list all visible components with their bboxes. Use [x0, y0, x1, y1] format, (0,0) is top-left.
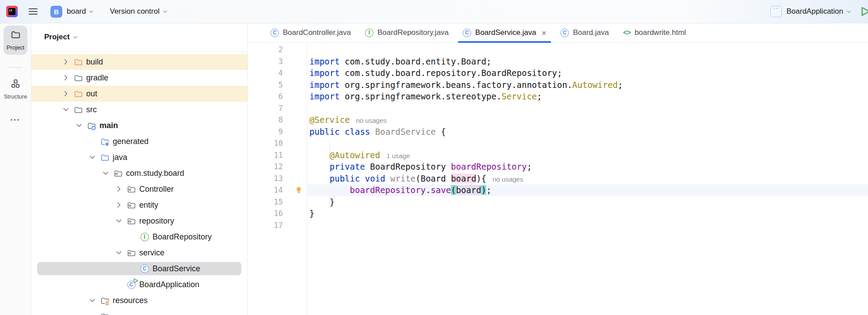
line-number[interactable]: 7	[247, 102, 283, 114]
tree-chevron-right-icon[interactable]	[61, 89, 70, 98]
tree-chevron-right-icon[interactable]	[61, 57, 70, 66]
tree-chevron-down-icon[interactable]	[88, 153, 97, 162]
code-text: public class BoardService {	[309, 126, 446, 138]
more-tool-windows-icon[interactable]: •••	[0, 117, 31, 123]
tree-chevron-down-icon[interactable]	[114, 216, 123, 225]
line-number[interactable]: 2	[247, 44, 283, 56]
tree-item-main[interactable]: main	[31, 118, 247, 133]
project-panel-header[interactable]: Project	[44, 23, 79, 51]
usage-inlay-hint[interactable]: no usages	[492, 175, 523, 183]
code-line-5[interactable]: 5import org.springframework.beans.factor…	[247, 79, 868, 91]
run-play-icon[interactable]	[860, 6, 868, 17]
intellij-window: IJ B board Version control ·· BoardAppli…	[0, 0, 868, 315]
tree-item-resources[interactable]: resources	[31, 292, 247, 308]
code-line-15[interactable]: 15 }	[247, 196, 868, 208]
tree-item-gradle[interactable]: gradle	[31, 70, 247, 86]
tree-item-Controller[interactable]: Controller	[31, 181, 247, 197]
tab-BoardRepository.java[interactable]: IBoardRepository.java	[358, 23, 456, 42]
tab-label: BoardRepository.java	[377, 28, 449, 37]
vcs-menu[interactable]: Version control	[110, 7, 168, 16]
line-number[interactable]: 16	[247, 208, 283, 220]
code-line-17[interactable]: 17	[247, 220, 868, 232]
code-line-11[interactable]: 11 @Autowired1 usage	[247, 149, 868, 161]
vcs-menu-label: Version control	[110, 7, 159, 16]
line-number[interactable]: 14	[247, 184, 283, 196]
tree-item-label: BoardApplication	[139, 277, 199, 292]
run-configuration-widget[interactable]: ·· BoardApplication	[770, 6, 868, 17]
sidebar-item-project[interactable]: Project	[4, 26, 27, 55]
tree-chevron-right-icon[interactable]	[114, 185, 123, 194]
tree-item-label: BoardService	[152, 261, 200, 277]
tab-Board.java[interactable]: CBoard.java	[553, 23, 616, 42]
tree-chevron-down-icon[interactable]	[61, 105, 70, 114]
run-config-name[interactable]: BoardApplication	[786, 7, 843, 16]
tab-boardwrite.html[interactable]: <>boardwrite.html	[616, 23, 693, 42]
tree-item-repository[interactable]: repository	[31, 213, 247, 229]
code-line-2[interactable]: 2	[247, 44, 868, 56]
tree-item-label: com.study.board	[126, 165, 184, 181]
tree-item-service[interactable]: service	[31, 245, 247, 261]
code-line-9[interactable]: 9public class BoardService {	[247, 126, 868, 138]
main-menu-hamburger-icon[interactable]	[26, 6, 40, 17]
line-number[interactable]: 9	[247, 126, 283, 138]
code-text: import com.study.board.repository.BoardR…	[309, 67, 562, 79]
code-line-12[interactable]: 12 private BoardRepository boardReposito…	[247, 161, 868, 173]
code-line-16[interactable]: 16}	[247, 208, 868, 220]
project-badge-icon[interactable]: B	[50, 6, 62, 18]
tree-chevron-down-icon[interactable]	[114, 248, 123, 257]
tree-chevron-right-icon[interactable]	[61, 73, 70, 82]
tree-item-src[interactable]: src	[31, 102, 247, 118]
chevron-down-icon	[162, 8, 168, 15]
tab-close-icon[interactable]: ×	[541, 29, 546, 37]
code-editor[interactable]: 23import com.study.board.entity.Board;4i…	[247, 42, 868, 315]
line-number[interactable]: 11	[247, 149, 283, 161]
tree-item-out[interactable]: out	[31, 86, 247, 102]
interface-icon: I	[140, 232, 149, 242]
tree-item-BoardApplication[interactable]: CBoardApplication	[31, 277, 247, 292]
code-line-8[interactable]: 8@Serviceno usages	[247, 114, 868, 126]
tab-BoardController.java[interactable]: CBoardController.java	[263, 23, 358, 42]
line-number[interactable]: 12	[247, 161, 283, 173]
tree-item-entity[interactable]: entity	[31, 197, 247, 213]
code-line-7[interactable]: 7	[247, 102, 868, 114]
tree-chevron-down-icon[interactable]	[88, 296, 97, 305]
line-number[interactable]: 17	[247, 220, 283, 232]
line-number[interactable]: 10	[247, 137, 283, 149]
tree-item-BoardRepository[interactable]: IBoardRepository	[31, 229, 247, 245]
chevron-down-icon[interactable]	[72, 34, 79, 41]
code-line-10[interactable]: 10	[247, 137, 868, 149]
class-run-icon: C	[126, 280, 136, 289]
tab-label: Board.java	[573, 28, 609, 37]
tree-chevron-right-icon[interactable]	[114, 201, 123, 209]
usage-inlay-hint[interactable]: no usages	[356, 117, 387, 124]
tree-item-java[interactable]: java	[31, 149, 247, 165]
sidebar-item-structure[interactable]: Structure	[4, 79, 27, 100]
code-line-14[interactable]: 14 boardRepository.save(board);	[247, 184, 868, 196]
line-number[interactable]: 6	[247, 91, 283, 102]
chevron-down-icon[interactable]	[845, 8, 852, 15]
line-number[interactable]: 8	[247, 114, 283, 126]
line-number[interactable]: 3	[247, 56, 283, 68]
sidebar-item-label: Project	[7, 44, 24, 51]
line-number[interactable]: 13	[247, 173, 283, 185]
line-number[interactable]: 4	[247, 67, 283, 79]
intention-bulb-icon[interactable]	[295, 186, 302, 195]
code-line-13[interactable]: 13 public void write(Board board){no usa…	[247, 173, 868, 185]
tree-item-generated[interactable]: generated	[31, 133, 247, 149]
line-number[interactable]: 15	[247, 196, 283, 208]
tree-chevron-down-icon[interactable]	[75, 121, 84, 130]
chevron-down-icon[interactable]	[88, 8, 95, 15]
code-line-4[interactable]: 4import com.study.board.repository.Board…	[247, 67, 868, 79]
code-line-6[interactable]: 6import org.springframework.stereotype.S…	[247, 91, 868, 102]
tree-item-build[interactable]: build	[31, 54, 247, 70]
tree-item-BoardService[interactable]: CBoardService	[31, 261, 247, 277]
tab-BoardService.java[interactable]: CBoardService.java×	[456, 23, 553, 42]
tree-item-partial[interactable]	[31, 308, 247, 315]
code-line-3[interactable]: 3import com.study.board.entity.Board;	[247, 56, 868, 68]
usage-inlay-hint[interactable]: 1 usage	[386, 152, 410, 159]
project-name[interactable]: board	[67, 7, 86, 16]
tree-item-com.study.board[interactable]: com.study.board	[31, 165, 247, 181]
line-number[interactable]: 5	[247, 79, 283, 91]
tree-chevron-down-icon[interactable]	[101, 169, 110, 178]
tree-item-label: java	[113, 149, 127, 165]
